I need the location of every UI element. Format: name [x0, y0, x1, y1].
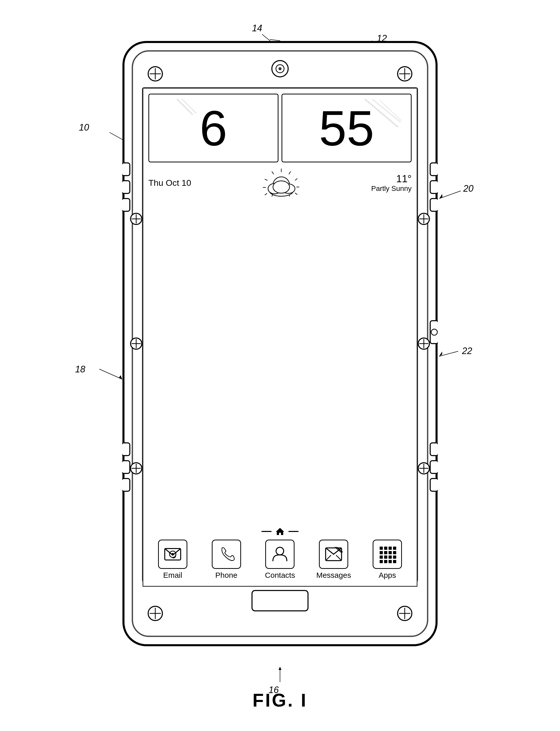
svg-rect-114 [384, 547, 387, 550]
indicator-line-right [288, 531, 299, 532]
ref-10: 10 [79, 122, 89, 133]
svg-line-89 [265, 179, 268, 180]
temperature-display: 11° [371, 173, 412, 185]
weather-svg [248, 166, 314, 199]
weather-row: Thu Oct 10 [148, 166, 412, 199]
svg-marker-15 [278, 667, 282, 670]
svg-rect-75 [430, 461, 438, 473]
svg-line-85 [373, 100, 400, 122]
figure-caption: FIG. I [253, 690, 307, 711]
email-icon[interactable] [158, 540, 187, 569]
weather-icon [191, 166, 371, 199]
svg-line-86 [380, 101, 401, 120]
phone-label: Phone [215, 571, 237, 580]
apps-label: Apps [379, 571, 396, 580]
indicator-line-left [261, 531, 272, 532]
weather-date-label: Thu Oct 10 [148, 178, 191, 188]
device-shell: 6 55 [122, 41, 438, 646]
messages-icon[interactable] [319, 540, 348, 569]
svg-rect-71 [430, 199, 438, 211]
svg-line-91 [265, 193, 267, 195]
svg-rect-120 [393, 551, 396, 554]
contacts-icon[interactable] [265, 540, 295, 569]
svg-line-93 [295, 178, 297, 180]
svg-rect-64 [122, 181, 130, 193]
svg-rect-126 [384, 560, 387, 563]
weather-info: 11° Partly Sunny [371, 173, 412, 193]
svg-rect-63 [122, 163, 130, 176]
svg-rect-122 [384, 556, 387, 559]
svg-rect-115 [389, 547, 392, 550]
svg-point-102 [273, 181, 289, 193]
app-email[interactable]: Email [150, 540, 195, 580]
svg-rect-124 [393, 556, 396, 559]
svg-rect-74 [430, 443, 438, 456]
svg-marker-9 [439, 194, 442, 199]
ref-18: 18 [75, 364, 85, 375]
svg-line-10 [439, 351, 458, 356]
svg-rect-68 [122, 479, 130, 491]
apps-icon[interactable] [373, 540, 402, 569]
contacts-label: Contacts [265, 571, 295, 580]
home-icon [275, 527, 285, 536]
app-apps[interactable]: Apps [365, 540, 410, 580]
clock-minutes-box: 55 [282, 94, 412, 162]
svg-line-88 [272, 171, 274, 174]
svg-rect-121 [380, 556, 383, 559]
svg-line-8 [439, 191, 461, 199]
home-indicator-dots [261, 527, 299, 536]
app-contacts[interactable]: Contacts [257, 540, 303, 580]
svg-rect-76 [430, 479, 438, 491]
svg-marker-11 [439, 352, 442, 356]
svg-rect-69 [430, 163, 438, 176]
svg-rect-125 [380, 560, 383, 563]
app-phone[interactable]: Phone [203, 540, 249, 580]
clock-display: 6 55 [148, 94, 412, 162]
clock-hour-box: 6 [148, 94, 278, 162]
svg-line-95 [295, 193, 297, 195]
svg-rect-81 [252, 591, 308, 611]
svg-marker-13 [119, 375, 122, 379]
ref-14: 14 [252, 23, 262, 34]
svg-rect-118 [384, 551, 387, 554]
svg-rect-119 [389, 551, 392, 554]
svg-rect-128 [393, 560, 396, 563]
phone-icon[interactable] [212, 540, 241, 569]
svg-point-79 [278, 67, 282, 70]
svg-marker-103 [276, 528, 284, 535]
page: 14 12 10 20 22 18 16 [0, 0, 560, 731]
svg-point-107 [276, 547, 284, 555]
svg-line-92 [289, 171, 290, 174]
svg-point-73 [431, 329, 437, 335]
svg-rect-65 [122, 199, 130, 211]
ref-20: 20 [463, 183, 473, 194]
svg-rect-117 [380, 551, 383, 554]
email-label: Email [163, 571, 182, 580]
svg-rect-66 [122, 443, 130, 456]
svg-rect-67 [122, 461, 130, 473]
app-messages[interactable]: Messages [311, 540, 357, 580]
ref-22: 22 [462, 346, 472, 356]
svg-rect-116 [393, 547, 396, 550]
svg-rect-70 [430, 181, 438, 193]
svg-rect-127 [389, 560, 392, 563]
svg-line-12 [99, 369, 122, 379]
svg-point-106 [171, 553, 174, 556]
weather-condition: Partly Sunny [371, 185, 412, 193]
messages-label: Messages [316, 571, 351, 580]
svg-rect-123 [389, 556, 392, 559]
svg-rect-113 [380, 547, 383, 550]
app-dock: Email Phone [146, 540, 414, 580]
screen: 6 55 [143, 88, 417, 587]
